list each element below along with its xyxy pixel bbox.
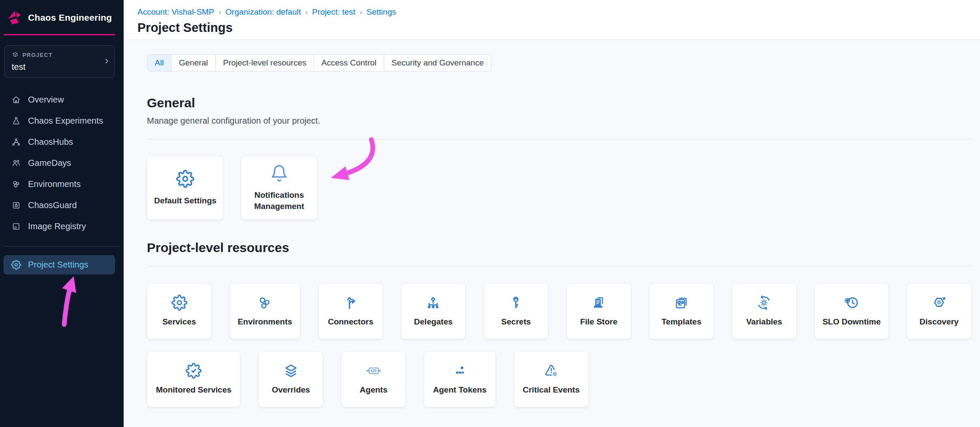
breadcrumb-separator: › bbox=[305, 8, 308, 17]
breadcrumb-settings[interactable]: Settings bbox=[367, 7, 396, 17]
sidebar-item-gamedays[interactable]: GameDays bbox=[0, 153, 124, 174]
sidebar-item-label: ChaosGuard bbox=[28, 200, 77, 210]
card-label: Environments bbox=[238, 316, 292, 327]
card-label: Agent Tokens bbox=[433, 384, 486, 395]
sidebar-item-chaoshubs[interactable]: ChaosHubs bbox=[0, 131, 124, 153]
sidebar-nav: Overview Chaos Experiments ChaosHubs Gam… bbox=[0, 89, 124, 274]
breadcrumb-organization[interactable]: Organization: default bbox=[225, 7, 301, 17]
card-discovery[interactable]: Discovery bbox=[907, 283, 971, 339]
document-icon bbox=[591, 295, 607, 311]
page-content: All General Project-level resources Acce… bbox=[124, 40, 980, 407]
page-header: Account: Vishal-SMP › Organization: defa… bbox=[124, 0, 980, 40]
sidebar-item-label: GameDays bbox=[28, 158, 71, 168]
tab-security-and-governance[interactable]: Security and Governance bbox=[384, 55, 491, 71]
dots-icon bbox=[452, 363, 468, 379]
card-environments[interactable]: Environments bbox=[230, 283, 300, 339]
section-title-general: General bbox=[147, 96, 971, 110]
layers-icon bbox=[283, 363, 299, 379]
card-agents[interactable]: Agents bbox=[341, 351, 406, 407]
card-connectors[interactable]: Connectors bbox=[318, 283, 383, 339]
card-label: Monitored Services bbox=[156, 384, 231, 395]
card-monitored-services[interactable]: Monitored Services bbox=[147, 351, 240, 407]
people-icon bbox=[11, 158, 21, 168]
warning-gear-icon bbox=[543, 363, 559, 379]
main-area: Account: Vishal-SMP › Organization: defa… bbox=[124, 0, 980, 427]
tab-all[interactable]: All bbox=[147, 55, 171, 71]
cluster-icon bbox=[11, 179, 21, 189]
section-divider bbox=[147, 266, 971, 266]
gear-icon bbox=[11, 260, 21, 270]
sidebar-item-overview[interactable]: Overview bbox=[0, 89, 124, 110]
breadcrumb-separator: › bbox=[218, 8, 221, 17]
card-label: File Store bbox=[580, 316, 618, 327]
cube-icon bbox=[12, 51, 19, 59]
card-label: Overrides bbox=[272, 384, 310, 395]
card-agent-tokens[interactable]: Agent Tokens bbox=[424, 351, 495, 407]
sidebar-item-chaos-experiments[interactable]: Chaos Experiments bbox=[0, 110, 124, 131]
page-title: Project Settings bbox=[137, 21, 966, 35]
clock-icon bbox=[843, 295, 859, 311]
card-label: Delegates bbox=[414, 316, 453, 327]
tab-general[interactable]: General bbox=[171, 55, 215, 71]
card-services[interactable]: Services bbox=[147, 283, 212, 339]
lock-box-icon bbox=[11, 200, 21, 210]
card-label: Default Settings bbox=[154, 195, 217, 206]
section-description-general: Manage general configuration of your pro… bbox=[147, 116, 971, 126]
card-label: Templates bbox=[662, 316, 702, 327]
card-label: Agents bbox=[360, 384, 387, 395]
card-label: Notifications Management bbox=[251, 190, 308, 211]
sidebar-item-label: Environments bbox=[28, 179, 81, 189]
card-label: SLO Downtime bbox=[822, 316, 880, 327]
split-arrows-icon bbox=[342, 295, 358, 311]
card-label: Discovery bbox=[920, 316, 959, 327]
sidebar: Chaos Engineering PROJECT test › Overvie… bbox=[0, 0, 124, 427]
card-label: Secrets bbox=[501, 316, 531, 327]
project-selector[interactable]: PROJECT test › bbox=[4, 45, 115, 78]
tab-project-level-resources[interactable]: Project-level resources bbox=[215, 55, 314, 71]
sidebar-item-label: Project Settings bbox=[28, 260, 88, 270]
breadcrumb-project[interactable]: Project: test bbox=[312, 7, 355, 17]
hexagons-icon bbox=[257, 295, 273, 311]
resources-row-1: Services Environments Connectors Delegat… bbox=[147, 283, 971, 339]
key-icon bbox=[508, 295, 524, 311]
tab-access-control[interactable]: Access Control bbox=[314, 55, 384, 71]
card-templates[interactable]: Templates bbox=[649, 283, 714, 339]
breadcrumb-account[interactable]: Account: Vishal-SMP bbox=[137, 7, 214, 17]
card-overrides[interactable]: Overrides bbox=[258, 351, 323, 407]
card-label: Variables bbox=[746, 316, 782, 327]
project-selector-value: test bbox=[12, 62, 108, 72]
hexagon-gear-icon bbox=[931, 295, 947, 311]
stacked-templates-icon bbox=[673, 295, 689, 311]
card-label: Connectors bbox=[328, 316, 373, 327]
settings-filter-tabs: All General Project-level resources Acce… bbox=[147, 54, 492, 72]
card-delegates[interactable]: Delegates bbox=[401, 283, 466, 339]
hub-icon bbox=[11, 137, 21, 147]
code-box-icon bbox=[366, 363, 382, 379]
general-cards-row: Default Settings Notifications Managemen… bbox=[147, 156, 971, 220]
card-secrets[interactable]: Secrets bbox=[484, 283, 548, 339]
gear-box-icon bbox=[11, 221, 21, 231]
chevron-right-icon: › bbox=[105, 54, 109, 67]
card-default-settings[interactable]: Default Settings bbox=[147, 156, 224, 220]
hierarchy-icon bbox=[425, 295, 441, 311]
gear-check-icon bbox=[186, 363, 202, 379]
sidebar-item-project-settings[interactable]: Project Settings bbox=[3, 255, 115, 274]
sidebar-divider bbox=[3, 246, 120, 246]
gear-sync-icon bbox=[756, 295, 772, 311]
resources-row-2: Monitored Services Overrides Agents Agen… bbox=[147, 351, 971, 407]
card-file-store[interactable]: File Store bbox=[566, 283, 631, 339]
card-notifications-management[interactable]: Notifications Management bbox=[241, 156, 317, 220]
card-label: Critical Events bbox=[523, 384, 580, 395]
flask-icon bbox=[11, 116, 21, 126]
sidebar-item-chaosguard[interactable]: ChaosGuard bbox=[0, 195, 124, 216]
sidebar-item-label: Overview bbox=[28, 95, 64, 105]
sidebar-item-environments[interactable]: Environments bbox=[0, 174, 124, 195]
gear-icon bbox=[171, 295, 187, 311]
card-variables[interactable]: Variables bbox=[732, 283, 796, 339]
card-critical-events[interactable]: Critical Events bbox=[514, 351, 589, 407]
card-slo-downtime[interactable]: SLO Downtime bbox=[815, 283, 889, 339]
sidebar-item-label: ChaosHubs bbox=[28, 137, 73, 147]
sidebar-item-image-registry[interactable]: Image Registry bbox=[0, 216, 124, 237]
bell-icon bbox=[270, 164, 288, 182]
gear-icon bbox=[176, 170, 194, 188]
